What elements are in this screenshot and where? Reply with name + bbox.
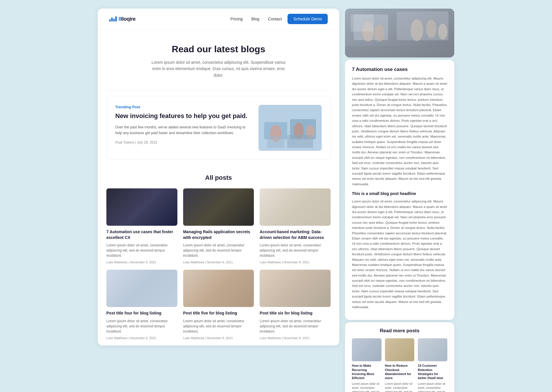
post-title-5: Post title five for blog listing [183, 310, 254, 316]
post-excerpt-3: Lorem ipsum dolor sit amet, consectetur … [260, 243, 331, 258]
nav-item-contact[interactable]: Contact [268, 16, 282, 22]
read-more-title-1: How to Make Recurring Invoicing More Eff… [352, 364, 382, 380]
post-title-2: Managing Rails application secrets with … [183, 229, 254, 240]
svg-point-13 [374, 24, 385, 42]
nav-item-pricing[interactable]: Pricing [230, 16, 243, 22]
office-scene-svg [258, 105, 322, 151]
read-more-image-1 [352, 338, 382, 361]
post-excerpt-4: Lorem ipsum dolor sit amet, consectetur … [106, 318, 177, 334]
post-image-1 [106, 188, 177, 226]
trending-content: Trending Post New invoicing features to … [115, 105, 253, 151]
svg-rect-17 [345, 46, 454, 57]
trending-date: July 29, 2022 [137, 140, 157, 144]
right-panel: 7 Automation use cases Lorem ipsum dolor… [345, 9, 454, 392]
svg-point-14 [411, 19, 423, 41]
logo-icon [109, 16, 117, 22]
post-image-5 [183, 270, 254, 307]
navbar: lllloqire Pricing Blog Contact Schedule … [98, 9, 339, 30]
article-sub-body: Lorem ipsum dolor sit amet, consectetur … [352, 199, 447, 310]
nav-links: Pricing Blog Contact [230, 16, 282, 22]
article-section: 7 Automation use cases Lorem ipsum dolor… [345, 60, 454, 320]
post-image-3 [260, 188, 331, 226]
post-title-6: Post title six for blog listing [260, 310, 331, 316]
read-more-card-3[interactable]: 10 Customer Retention Strategies for bet… [418, 338, 447, 392]
read-more-excerpt-3: Lorem ipsum dolor sit amet, consectetur … [418, 382, 447, 392]
svg-rect-6 [267, 136, 284, 148]
post-card-1[interactable]: 7 Automation use cases that foster excel… [106, 188, 177, 264]
read-more-heading: Read more posts [352, 328, 447, 334]
logo-bar-4 [115, 16, 117, 22]
main-panel: lllloqire Pricing Blog Contact Schedule … [98, 9, 339, 345]
logo-bar-1 [109, 19, 111, 22]
post-excerpt-6: Lorem ipsum dolor sit amet, consectetur … [260, 318, 331, 334]
read-more-card-1[interactable]: How to Make Recurring Invoicing More Eff… [352, 338, 382, 392]
logo[interactable]: lllloqire [109, 16, 136, 22]
nav-item-blog[interactable]: Blog [251, 16, 259, 22]
trending-post-card: Trending Post New invoicing features to … [106, 96, 331, 160]
trending-title: New invoicing features to help you get p… [115, 112, 253, 120]
post-excerpt-2: Lorem ipsum dolor sit amet, consectetur … [183, 243, 254, 258]
read-more-image-2 [385, 338, 415, 361]
trending-image-placeholder [258, 105, 322, 151]
read-more-title-2: How to Reduce Checkout Abandonment for m… [385, 364, 415, 380]
trending-image [258, 105, 322, 151]
post-card-3[interactable]: Account-based marketing: Data-driven sel… [260, 188, 331, 264]
blog-hero: Read our latest blogs Lorem ipsum dolor … [98, 30, 339, 87]
svg-point-16 [438, 24, 447, 40]
right-hero-svg [345, 9, 454, 57]
post-meta-2: Luke Matthews | November 8, 2021 [183, 260, 254, 264]
post-card-6[interactable]: Post title six for blog listing Lorem ip… [260, 270, 331, 340]
post-card-2[interactable]: Managing Rails application secrets with … [183, 188, 254, 264]
read-more-section: Read more posts How to Make Recurring In… [345, 322, 454, 392]
svg-rect-7 [287, 135, 313, 148]
post-meta-3: Luke Matthews | November 8, 2021 [260, 260, 331, 264]
post-meta-5: Luke Matthews | November 8, 2021 [183, 336, 254, 340]
read-more-card-2[interactable]: How to Reduce Checkout Abandonment for m… [385, 338, 415, 392]
article-main-heading: 7 Automation use cases [352, 67, 447, 72]
read-more-excerpt-1: Lorem ipsum dolor sit amet, consectetur … [352, 382, 382, 392]
trending-description: Over the past few months, we've added se… [115, 124, 253, 136]
hero-description: Lorem ipsum dolor sit amet, consectetur … [150, 59, 288, 78]
article-sub-heading: This is a small blog post headline [352, 191, 447, 196]
post-image-4 [106, 270, 177, 307]
post-meta-6: Luke Matthews | November 8, 2021 [260, 336, 331, 340]
article-main-body: Lorem ipsum dolor sit amet, consectetur … [352, 76, 447, 187]
all-posts-section: All posts 7 Automation use cases that fo… [98, 165, 339, 345]
read-more-grid: How to Make Recurring Invoicing More Eff… [352, 338, 447, 392]
read-more-title-3: 10 Customer Retention Strategies for bet… [418, 364, 447, 380]
logo-bar-2 [111, 18, 113, 22]
logo-bar-3 [113, 19, 115, 22]
hero-title: Read our latest blogs [109, 44, 328, 55]
post-card-4[interactable]: Post title four for blog listing Lorem i… [106, 270, 177, 340]
page-wrapper: lllloqire Pricing Blog Contact Schedule … [98, 9, 454, 392]
trending-meta: Pual Towers | July 29, 2022 [115, 140, 253, 144]
post-title-3: Account-based marketing: Data-driven sel… [260, 229, 331, 240]
post-meta-4: Luke Matthews | November 8, 2021 [106, 336, 177, 340]
post-excerpt-1: Lorem ipsum dolor sit amet, consectetur … [106, 243, 177, 258]
hero-divider [106, 90, 331, 90]
post-meta-1: Luke Matthews | November 8, 2021 [106, 260, 177, 264]
post-image-2 [183, 188, 254, 226]
post-image-6 [260, 270, 331, 307]
right-hero-image [345, 9, 454, 57]
schedule-demo-button[interactable]: Schedule Demo [288, 14, 328, 24]
post-excerpt-5: Lorem ipsum dolor sit amet, consectetur … [183, 318, 254, 334]
logo-text: lllloqire [118, 16, 136, 22]
all-posts-heading: All posts [106, 174, 331, 181]
posts-grid: 7 Automation use cases that foster excel… [106, 188, 331, 340]
trending-label: Trending Post [115, 105, 253, 109]
svg-point-15 [426, 20, 436, 38]
post-card-5[interactable]: Post title five for blog listing Lorem i… [183, 270, 254, 340]
post-title-1: 7 Automation use cases that foster excel… [106, 229, 177, 240]
post-title-4: Post title four for blog listing [106, 310, 177, 316]
svg-rect-18 [351, 14, 374, 32]
read-more-excerpt-2: Lorem ipsum dolor sit amet, consectetur … [385, 382, 415, 392]
read-more-image-3 [418, 338, 447, 361]
trending-author: Pual Towers [115, 140, 134, 144]
